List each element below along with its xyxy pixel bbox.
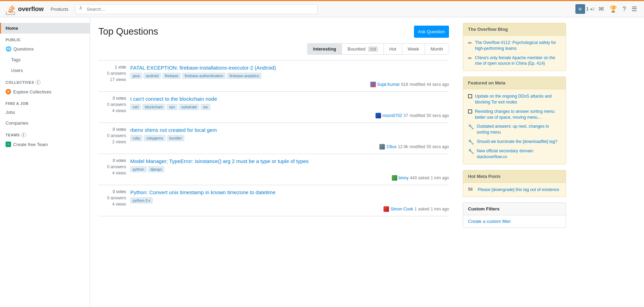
sidebar-item-tags[interactable]: Tags [0, 54, 90, 65]
question-stats: 0 votes 0 answers 4 views [98, 158, 126, 181]
tag[interactable]: vps [167, 104, 177, 110]
sidebar-item-companies[interactable]: Companies [0, 118, 90, 128]
meta-link[interactable]: Revisiting changes to answer sorting men… [475, 109, 561, 120]
tag[interactable]: firebase-analytics [227, 73, 262, 79]
sidebar-item-explore-collectives[interactable]: ✶ Explore Collectives [0, 86, 90, 97]
tag[interactable]: firebase-authentication [182, 73, 226, 79]
view-count: 17 views [110, 77, 126, 82]
tab-interesting[interactable]: Interesting [308, 44, 342, 54]
question-body: FATAL EXCEPTION: firebase-installations-… [130, 65, 449, 87]
sidebar-item-questions[interactable]: 🌐 Questions [0, 43, 90, 54]
question-body: Python: Convert unix timestamp in known … [130, 189, 449, 212]
hamburger-icon[interactable]: ☰ [630, 4, 638, 14]
overflow-blog-body: ✏ The Overflow #112: Psychological safet… [463, 36, 566, 71]
sidebar-home-label: Home [6, 26, 18, 31]
meta-link[interactable]: Outdated answers: up next, changes to so… [477, 124, 561, 135]
answer-count: 0 answers [107, 133, 126, 138]
tags-row: ssh blockchain vps substrate ws [130, 104, 449, 110]
right-sidebar: The Overflow Blog ✏ The Overflow #112: P… [457, 17, 572, 307]
user-link[interactable]: Sujal Kumar [377, 82, 400, 87]
question-item: 1 vote 0 answers 17 views FATAL EXCEPTIO… [98, 61, 449, 92]
tags-row: python-3.x [130, 197, 449, 204]
tag[interactable]: django [148, 166, 164, 172]
tag[interactable]: ruby [130, 135, 142, 141]
achievements-icon[interactable]: 🏆 [608, 4, 618, 14]
tag[interactable]: rubygems [144, 135, 165, 141]
tag[interactable]: android [143, 73, 161, 79]
tags-row: java android firebase firebase-authentic… [130, 73, 449, 79]
sidebar-users-label: Users [11, 68, 23, 73]
sidebar-item-home[interactable]: Home [0, 23, 90, 34]
vote-count: 0 votes [113, 158, 126, 163]
inbox-icon[interactable]: ✉ [597, 4, 605, 14]
tag[interactable]: python-3.x [130, 197, 153, 204]
sidebar-item-create-free-team[interactable]: + Create free Team [0, 139, 90, 150]
search-input[interactable] [75, 4, 318, 14]
sidebar-teams-section: TEAMS i [0, 128, 90, 139]
tag[interactable]: blockchain [142, 104, 165, 110]
tab-bountied[interactable]: Bountied 318 [342, 44, 383, 54]
overflow-blog-widget: The Overflow Blog ✏ The Overflow #112: P… [463, 23, 566, 71]
user-avatar-wrap[interactable]: U 1 ●2 [575, 4, 594, 14]
blog-link[interactable]: The Overflow #112: Psychological safety … [475, 40, 561, 52]
question-meta: Sujal Kumar 618 modified 44 secs ago [130, 82, 449, 87]
user-link[interactable]: 23tux [386, 144, 396, 149]
tab-week[interactable]: Week [402, 44, 425, 54]
user-avatar-img [376, 113, 381, 118]
user-rep: 443 [410, 175, 417, 180]
hot-meta-widget: Hot Meta Posts 58 Please [downgrade] thi… [463, 170, 566, 197]
meta-link[interactable]: Should we burninate the [downloadfile] t… [477, 139, 557, 145]
question-title[interactable]: rbenv shims not created for local gem [130, 127, 449, 133]
question-stats: 0 votes 0 answers 2 views [98, 127, 126, 150]
pencil-icon: ✏ [468, 55, 472, 61]
question-action: asked [418, 175, 429, 180]
question-title[interactable]: Model Manager; TypeError: isinstance() a… [130, 158, 449, 164]
ask-question-button[interactable]: Ask Question [414, 26, 449, 38]
question-item: 0 votes 0 answers 4 views Model Manager;… [98, 154, 449, 185]
sidebar-item-users[interactable]: Users [0, 65, 90, 76]
page-header: Top Questions Ask Question [98, 26, 449, 38]
answer-count: 0 answers [107, 196, 126, 200]
blog-link[interactable]: China's only female Apache member on the… [475, 55, 561, 67]
sidebar-jobs-label: Jobs [6, 110, 15, 115]
question-title[interactable]: Python: Convert unix timestamp in known … [130, 189, 449, 195]
tag[interactable]: java [130, 73, 142, 79]
user-avatar-img [370, 82, 376, 87]
tag[interactable]: python [130, 166, 147, 172]
tag[interactable]: ssh [130, 104, 141, 110]
tag[interactable]: bundler [167, 135, 185, 141]
sidebar-item-jobs[interactable]: Jobs [0, 107, 90, 118]
tag[interactable]: substrate [179, 104, 199, 110]
create-custom-filter-link[interactable]: Create a custom filter [463, 215, 566, 227]
sidebar-companies-label: Companies [6, 120, 28, 126]
avatar: U [575, 4, 585, 14]
question-stats: 0 votes 0 answers 4 views [98, 96, 126, 118]
user-link[interactable]: binny [399, 175, 409, 180]
tag[interactable]: firebase [162, 73, 181, 79]
tag[interactable]: ws [201, 104, 210, 110]
question-action: asked [418, 207, 429, 211]
hot-meta-link[interactable]: Please [downgrade] this tag out of exist… [478, 187, 559, 193]
sidebar-public-section: PUBLIC [0, 34, 90, 43]
bountied-badge: 318 [368, 46, 378, 52]
user-link[interactable]: Simon Cook [390, 207, 413, 211]
help-icon[interactable]: ? [621, 4, 627, 14]
tab-hot[interactable]: Hot [384, 44, 402, 54]
question-time: 55 secs ago [426, 144, 449, 149]
question-title[interactable]: I can't connect to the blockchain node [130, 96, 449, 102]
teams-info-icon[interactable]: i [21, 133, 26, 137]
answer-count: 0 answers [107, 164, 126, 169]
topbar-right: U 1 ●2 ✉ 🏆 ? ☰ [575, 4, 638, 14]
products-nav[interactable]: Products [48, 5, 71, 13]
question-stats: 1 vote 0 answers 17 views [98, 65, 126, 87]
vote-count: 0 votes [113, 189, 126, 194]
content-area: Top Questions Ask Question Interesting B… [90, 17, 457, 307]
logo[interactable]: overflow [6, 3, 44, 16]
tab-month[interactable]: Month [425, 44, 449, 54]
meta-link[interactable]: Update on the ongoing DDoS attacks and b… [475, 93, 561, 105]
collectives-info-icon[interactable]: i [36, 80, 41, 85]
question-body: Model Manager; TypeError: isinstance() a… [130, 158, 449, 181]
question-title[interactable]: FATAL EXCEPTION: firebase-installations-… [130, 65, 449, 71]
meta-link[interactable]: New official secondary domain: stackover… [477, 148, 561, 160]
user-link[interactable]: moon0702 [382, 113, 402, 118]
